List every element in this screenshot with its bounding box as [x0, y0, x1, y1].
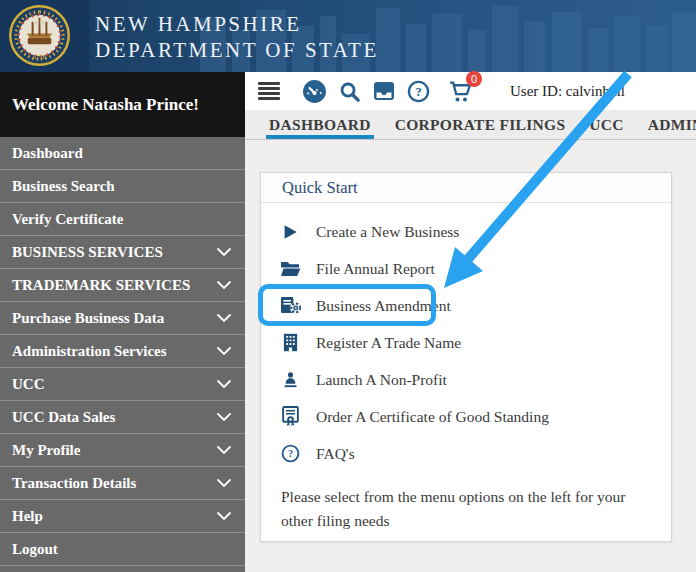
sidebar: Welcome Natasha Prince! Dashboard Busine… — [0, 72, 245, 572]
sidebar-item-dashboard[interactable]: Dashboard — [0, 137, 245, 170]
chevron-down-icon — [217, 314, 231, 322]
quickstart-item-create-new-business[interactable]: Create a New Business — [261, 213, 671, 250]
chevron-down-icon — [217, 347, 231, 355]
quick-start-panel: Quick Start Create a New Business File A… — [260, 172, 672, 542]
quickstart-item-register-trade-name[interactable]: Register A Trade Name — [261, 324, 671, 361]
welcome-banner: Welcome Natasha Prince! — [0, 72, 245, 137]
help-icon[interactable]: ? — [407, 80, 430, 103]
page: 1776 NEW HAMPSHIRE DEPARTMENT OF STATE W… — [0, 0, 696, 572]
cart-icon[interactable]: 0 — [447, 79, 473, 104]
site-title-line1: NEW HAMPSHIRE — [95, 11, 379, 37]
quick-start-list: Create a New Business File Annual Report… — [261, 203, 671, 533]
sidebar-item-ucc-data-sales[interactable]: UCC Data Sales — [0, 401, 245, 434]
tab-dashboard[interactable]: DASHBOARD — [269, 110, 371, 139]
sidebar-nav: Dashboard Business Search Verify Certifi… — [0, 137, 245, 566]
sidebar-item-verify-certificate[interactable]: Verify Certificate — [0, 203, 245, 236]
sidebar-item-business-search[interactable]: Business Search — [0, 170, 245, 203]
chevron-down-icon — [217, 446, 231, 454]
quickstart-item-business-amendment[interactable]: Business Amendment — [261, 287, 671, 324]
chevron-down-icon — [217, 248, 231, 256]
building-icon — [279, 333, 301, 352]
sidebar-item-business-services[interactable]: BUSINESS SERVICES — [0, 236, 245, 269]
certificate-icon — [279, 406, 301, 427]
question-circle-icon: ? — [279, 444, 301, 463]
play-icon — [279, 223, 301, 241]
chevron-down-icon — [217, 380, 231, 388]
svg-text:?: ? — [287, 448, 292, 459]
site-title: NEW HAMPSHIRE DEPARTMENT OF STATE — [95, 11, 379, 63]
quick-start-title: Quick Start — [261, 173, 671, 203]
chevron-down-icon — [217, 413, 231, 421]
quick-start-note: Please select from the menu options on t… — [281, 485, 657, 533]
inbox-icon[interactable] — [372, 79, 396, 103]
site-title-line2: DEPARTMENT OF STATE — [95, 37, 379, 63]
seal-year-text: 1776 — [34, 54, 46, 60]
sidebar-item-administration-services[interactable]: Administration Services — [0, 335, 245, 368]
quickstart-item-file-annual-report[interactable]: File Annual Report — [261, 250, 671, 287]
quickstart-item-faqs[interactable]: ? FAQ's — [261, 435, 671, 472]
menu-icon[interactable] — [258, 82, 280, 101]
sidebar-item-logout[interactable]: Logout — [0, 533, 245, 566]
tab-administration[interactable]: ADMINISTRATION — [648, 110, 696, 139]
quickstart-item-order-certificate[interactable]: Order A Certificate of Good Standing — [261, 398, 671, 435]
tab-corporate-filings[interactable]: CORPORATE FILINGS — [395, 110, 566, 139]
tab-ucc[interactable]: UCC — [589, 110, 623, 139]
person-icon — [279, 371, 301, 388]
svg-text:?: ? — [415, 84, 421, 98]
sidebar-item-transaction-details[interactable]: Transaction Details — [0, 467, 245, 500]
document-gear-icon — [279, 296, 301, 315]
main-area: ? 0 User ID: calvinball DASHBOARD CORPOR… — [245, 72, 696, 572]
tab-bar: DASHBOARD CORPORATE FILINGS UCC ADMINIST… — [245, 110, 696, 140]
dashboard-gauge-icon[interactable] — [302, 79, 327, 104]
sidebar-item-trademark-services[interactable]: TRADEMARK SERVICES — [0, 269, 245, 302]
sidebar-item-ucc[interactable]: UCC — [0, 368, 245, 401]
quickstart-item-launch-non-profit[interactable]: Launch A Non-Profit — [261, 361, 671, 398]
sidebar-item-my-profile[interactable]: My Profile — [0, 434, 245, 467]
chevron-down-icon — [217, 512, 231, 520]
folder-open-icon — [279, 260, 301, 277]
chevron-down-icon — [217, 479, 231, 487]
user-id-label: User ID: calvinball — [510, 83, 625, 100]
sidebar-item-help[interactable]: Help — [0, 500, 245, 533]
chevron-down-icon — [217, 281, 231, 289]
sidebar-item-purchase-business-data[interactable]: Purchase Business Data — [0, 302, 245, 335]
site-header: 1776 NEW HAMPSHIRE DEPARTMENT OF STATE — [0, 0, 696, 72]
page-content: Quick Start Create a New Business File A… — [245, 140, 696, 572]
toolbar: ? 0 User ID: calvinball — [245, 72, 696, 110]
cart-count-badge: 0 — [466, 71, 482, 87]
nh-state-seal: 1776 — [8, 4, 71, 67]
search-icon[interactable] — [338, 80, 361, 103]
